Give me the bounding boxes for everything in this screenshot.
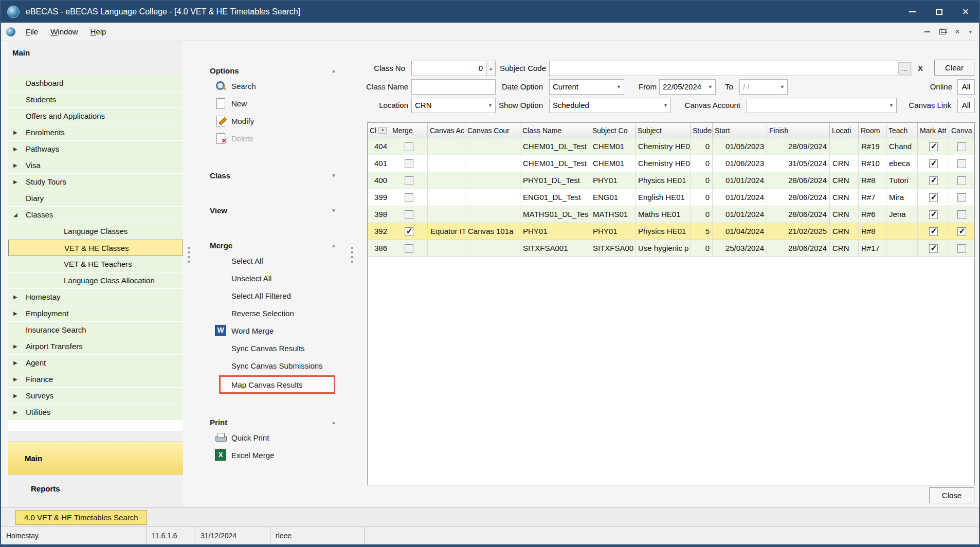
canvas-account-select[interactable]: ▼ — [747, 98, 897, 113]
table-row[interactable]: 386SITXFSA001SITXFSA00Use hygienic p025/… — [368, 240, 974, 257]
merge-checkbox[interactable] — [405, 142, 413, 151]
section-header-print[interactable]: Print▲ — [209, 415, 342, 429]
location-select[interactable]: CRN ▼ — [411, 98, 496, 113]
action-select-all[interactable]: Select All — [209, 252, 342, 269]
column-header-subject[interactable]: Subject — [636, 123, 691, 138]
action-word-merge[interactable]: Word Merge — [209, 322, 342, 339]
merge-checkbox[interactable] — [405, 244, 413, 253]
canvas-checkbox[interactable] — [957, 210, 966, 219]
mdi-close-icon[interactable]: × — [955, 28, 960, 36]
sidebar-item-diary[interactable]: Diary — [8, 190, 183, 207]
class-name-input[interactable] — [411, 79, 496, 95]
sidebar-footer-reports-button[interactable]: Reports — [8, 475, 183, 507]
column-header-locati[interactable]: Locati — [830, 123, 859, 138]
action-sync-canvas-results[interactable]: Sync Canvas Results — [209, 339, 342, 357]
minimize-button[interactable] — [899, 1, 925, 23]
column-header-mark-att[interactable]: Mark Att — [918, 123, 949, 138]
mark-att-checkbox[interactable] — [929, 159, 938, 168]
expand-arrow-icon[interactable]: ▼ — [331, 208, 336, 213]
column-header-cl[interactable]: Cl▼ — [368, 123, 390, 138]
sidebar-item-students[interactable]: Students — [8, 92, 183, 108]
table-row[interactable]: 399ENG01_DL_TestENG01English HE01001/01/… — [368, 189, 974, 206]
canvas-checkbox[interactable] — [957, 142, 966, 151]
sidebar-item-pathways[interactable]: ▶Pathways — [8, 141, 183, 157]
sidebar-item-visa[interactable]: ▶Visa — [8, 157, 183, 174]
mdi-restore-icon[interactable] — [939, 29, 946, 34]
collapsed-arrow-icon[interactable]: ▶ — [13, 409, 17, 415]
merge-checkbox[interactable] — [405, 193, 413, 202]
collapsed-arrow-icon[interactable]: ▶ — [13, 130, 17, 135]
from-date-picker[interactable]: 22/05/2024 ▼ — [659, 79, 716, 95]
class-no-input[interactable]: 0 ▲▼ — [411, 61, 496, 76]
table-row[interactable]: 401CHEM01_DL_TestCHEM01Chemistry HE0001/… — [368, 155, 974, 172]
sidebar-footer-main-button[interactable]: Main — [8, 442, 183, 475]
action-excel-merge[interactable]: Excel Merge — [209, 446, 342, 464]
mark-att-checkbox[interactable] — [929, 227, 938, 236]
collapsed-arrow-icon[interactable]: ▶ — [13, 393, 17, 398]
action-select-all-filtered[interactable]: Select All Filtered — [209, 287, 342, 304]
collapsed-arrow-icon[interactable]: ▶ — [13, 146, 17, 152]
menu-file[interactable]: File — [20, 23, 44, 41]
column-header-start[interactable]: Start — [713, 123, 767, 138]
merge-checkbox[interactable] — [405, 176, 413, 185]
table-row[interactable]: 400PHY01_DL_TestPHY01Physics HE01001/01/… — [368, 172, 974, 189]
sidebar-item-enrolments[interactable]: ▶Enrolments — [8, 124, 183, 141]
sidebar-item-finance[interactable]: ▶Finance — [8, 371, 183, 388]
column-header-canvas-cour[interactable]: Canvas Cour — [465, 123, 520, 138]
column-header-merge[interactable]: Merge — [390, 123, 428, 138]
show-option-select[interactable]: Scheduled ▼ — [549, 98, 671, 113]
sidebar-item-study-tours[interactable]: ▶Study Tours — [8, 174, 183, 190]
canvas-checkbox[interactable] — [957, 244, 966, 253]
collapsed-arrow-icon[interactable]: ▶ — [13, 311, 17, 316]
collapsed-arrow-icon[interactable]: ▶ — [13, 360, 17, 366]
online-select[interactable]: All — [957, 79, 975, 95]
canvas-checkbox[interactable] — [957, 227, 966, 236]
sidebar-item-insurance-search[interactable]: Insurance Search — [8, 322, 183, 338]
column-header-canva[interactable]: Canva — [949, 123, 974, 138]
action-map-canvas-results[interactable]: Map Canvas Results — [219, 375, 335, 394]
collapse-arrow-icon[interactable]: ▲ — [331, 243, 336, 248]
sidebar-item-homestay[interactable]: ▶Homestay — [8, 289, 183, 305]
sidebar-item-language-class-allocation[interactable]: Language Class Allocation — [8, 272, 183, 289]
action-modify[interactable]: Modify — [209, 112, 342, 130]
merge-checkbox[interactable] — [405, 210, 413, 219]
section-header-merge[interactable]: Merge▲ — [209, 239, 342, 252]
action-delete[interactable]: Delete — [209, 130, 342, 147]
table-row[interactable]: 398MATHS01_DL_TesMATHS01Maths HE01001/01… — [368, 206, 974, 223]
canvas-checkbox[interactable] — [957, 176, 966, 185]
menu-help[interactable]: Help — [84, 23, 113, 41]
sidebar-item-language-classes[interactable]: Language Classes — [8, 223, 183, 240]
sidebar-item-classes[interactable]: ◢Classes — [8, 207, 183, 223]
canvas-checkbox[interactable] — [957, 159, 966, 168]
sidebar-item-employment[interactable]: ▶Employment — [8, 305, 183, 322]
close-window-button[interactable]: × — [952, 1, 979, 23]
sidebar-item-airport-transfers[interactable]: ▶Airport Transfers — [8, 338, 183, 355]
table-row[interactable]: 404CHEM01_DL_TestCHEM01Chemistry HE0001/… — [368, 138, 974, 155]
collapse-arrow-icon[interactable]: ▲ — [331, 420, 336, 425]
toolbar-options-chevron-icon[interactable]: ▾ — [969, 29, 972, 34]
sidebar-item-utilities[interactable]: ▶Utilities — [8, 404, 183, 421]
menu-window[interactable]: Window — [44, 23, 84, 41]
splitter-actions[interactable] — [349, 41, 356, 507]
action-quick-print[interactable]: Quick Print — [209, 429, 342, 446]
clear-button[interactable]: Clear — [934, 60, 974, 76]
column-header-class-name[interactable]: Class Name — [520, 123, 590, 138]
subject-code-browse-button[interactable]: … — [898, 62, 911, 75]
maximize-button[interactable] — [925, 1, 952, 23]
merge-checkbox[interactable] — [405, 227, 413, 236]
action-sync-canvas-submissions[interactable]: Sync Canvas Submissions — [209, 357, 342, 374]
column-header-finish[interactable]: Finish — [767, 123, 830, 138]
sidebar-item-vet-he-teachers[interactable]: VET & HE Teachers — [8, 256, 183, 272]
sidebar-item-surveys[interactable]: ▶Surveys — [8, 388, 183, 404]
column-sort-dropdown-icon[interactable]: ▼ — [378, 127, 387, 134]
mark-att-checkbox[interactable] — [929, 176, 938, 185]
table-row[interactable]: 392Equator ITCanvas 101aPHY01PHY01Physic… — [368, 223, 974, 240]
expanded-arrow-icon[interactable]: ◢ — [13, 212, 17, 217]
collapsed-arrow-icon[interactable]: ▶ — [13, 179, 17, 185]
to-date-picker[interactable]: / / ▼ — [739, 79, 788, 95]
column-header-subject-co[interactable]: Subject Co — [590, 123, 636, 138]
sidebar-item-dashboard[interactable]: Dashboard — [8, 75, 183, 92]
column-header-canvas-ac[interactable]: Canvas Ac — [428, 123, 465, 138]
collapse-arrow-icon[interactable]: ▲ — [331, 68, 336, 74]
action-new[interactable]: New — [209, 95, 342, 112]
